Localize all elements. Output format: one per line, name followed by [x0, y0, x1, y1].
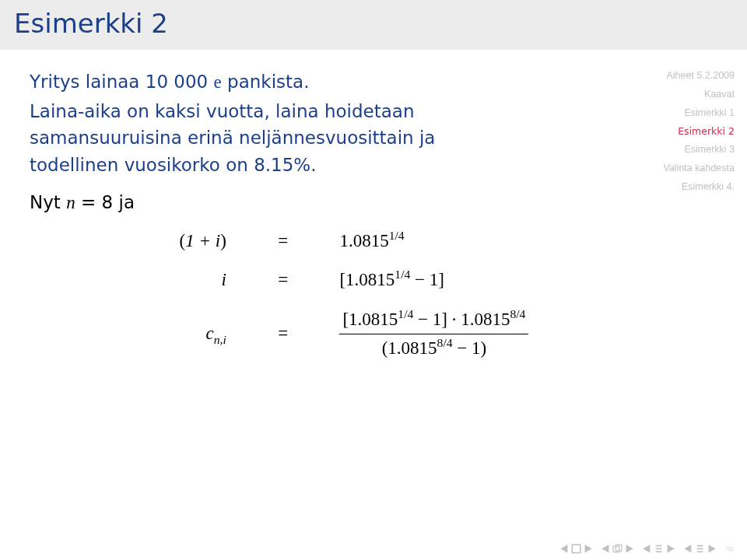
svg-rect-1: [572, 544, 580, 552]
slide-title: Esimerkki 2: [14, 8, 733, 39]
triangle-left-icon: [559, 544, 570, 554]
sidebar-item-valinta[interactable]: Valinta kahdesta: [608, 159, 735, 178]
paragraph-2: Laina-aika on kaksi vuotta, laina hoidet…: [30, 98, 465, 179]
nav-next[interactable]: [683, 544, 717, 554]
eq3-fraction: [1.08151/4 − 1] · 1.08158/4 (1.08158/4 −…: [339, 306, 528, 362]
eq1-equals: =: [240, 228, 326, 255]
eq3-num-mid: − 1] · 1.0815: [413, 310, 510, 329]
main-content: Yritys lainaa 10 000 e pankista. Laina-a…: [0, 50, 608, 362]
nav-prev-section[interactable]: [601, 544, 634, 554]
triangle-right-icon: [707, 544, 717, 554]
n-intro-mid: = 8 ja: [75, 192, 135, 212]
eq3-num-pre: [1.0815: [342, 310, 398, 329]
sidebar-item-esimerkki4[interactable]: Esimerkki 4.: [608, 178, 735, 197]
svg-marker-0: [560, 544, 567, 552]
line1-pre: Yritys lainaa 10 000: [30, 72, 214, 92]
eq1-base: 1.0815: [339, 231, 388, 250]
eq2-rhs: [1.08151/4 − 1]: [339, 267, 604, 294]
eq3-equals: =: [240, 320, 326, 348]
eq3-den-pre: (1.0815: [382, 338, 437, 358]
svg-marker-7: [643, 544, 650, 552]
triangle-right-icon: [665, 544, 675, 554]
svg-marker-3: [601, 544, 608, 552]
triangle-left-icon: [683, 544, 693, 554]
eq2-post: − 1]: [410, 270, 444, 289]
triangle-right-icon: [624, 544, 634, 554]
eq3-c: c: [206, 324, 214, 343]
eq3-numerator: [1.08151/4 − 1] · 1.08158/4: [339, 306, 528, 334]
eq3-num-exp2: 8/4: [510, 307, 525, 320]
equation-block: (1 + i) = 1.08151/4 i = [1.08151/4 − 1] …: [104, 228, 604, 362]
paragraph-3: Nyt n = 8 ja: [30, 189, 604, 217]
eq2-pre: [1.0815: [339, 270, 395, 289]
svg-marker-6: [626, 544, 633, 552]
double-box-icon: [612, 544, 622, 554]
eq3-rhs: [1.08151/4 − 1] · 1.08158/4 (1.08158/4 −…: [339, 306, 604, 362]
bars-icon: [695, 544, 705, 554]
box-icon: [571, 544, 581, 554]
title-band: Esimerkki 2: [0, 0, 747, 50]
svg-marker-11: [668, 544, 675, 552]
nav-prev[interactable]: [642, 544, 675, 554]
eq1-rhs: 1.08151/4: [339, 228, 604, 255]
content-row: Yritys lainaa 10 000 e pankista. Laina-a…: [0, 50, 747, 362]
undo-loop-icon: [724, 544, 735, 554]
line1-post: pankista.: [222, 72, 310, 92]
nav-first[interactable]: [559, 544, 593, 554]
sidebar-item-aiheet[interactable]: Aiheet 5.2.2009: [608, 67, 735, 86]
eq1-exp: 1/4: [389, 229, 405, 242]
triangle-left-icon: [601, 544, 611, 554]
sidebar-item-esimerkki1[interactable]: Esimerkki 1: [608, 104, 735, 123]
svg-marker-16: [709, 544, 716, 552]
eq3-den-exp: 8/4: [437, 336, 453, 349]
sidebar-item-kaavat[interactable]: Kaavat: [608, 86, 735, 104]
euro-symbol: e: [214, 72, 222, 92]
sidebar-item-esimerkki2[interactable]: Esimerkki 2: [608, 122, 735, 141]
triangle-left-icon: [642, 544, 652, 554]
triangle-right-icon: [583, 544, 593, 554]
eq2-equals: =: [240, 267, 326, 294]
paragraph-1: Yritys lainaa 10 000 e pankista.: [30, 68, 604, 96]
sidebar-item-esimerkki3[interactable]: Esimerkki 3: [608, 141, 735, 159]
eq2-lhs: i: [104, 267, 226, 294]
sidebar: Aiheet 5.2.2009 Kaavat Esimerkki 1 Esime…: [608, 50, 747, 362]
eq3-lhs: cn,i: [104, 320, 226, 348]
eq3-num-exp1: 1/4: [398, 307, 413, 320]
n-var: n: [66, 193, 75, 212]
eq3-denominator: (1.08158/4 − 1): [339, 334, 528, 362]
eq2-exp: 1/4: [395, 268, 410, 281]
n-intro-pre: Nyt: [30, 192, 66, 212]
nav-back[interactable]: [724, 544, 735, 554]
eq1-lhs: (1 + i): [104, 228, 226, 255]
eq3-den-post: − 1): [453, 338, 487, 358]
bars-icon: [654, 544, 664, 554]
svg-marker-2: [585, 544, 592, 552]
svg-marker-12: [684, 544, 691, 552]
nav-bar: [559, 544, 735, 554]
eq3-sub: n,i: [214, 333, 226, 346]
